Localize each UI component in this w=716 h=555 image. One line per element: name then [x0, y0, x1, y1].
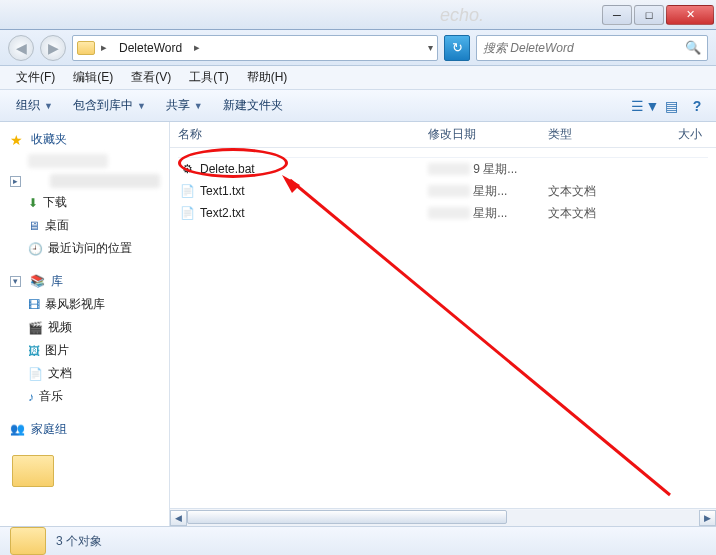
menu-edit[interactable]: 编辑(E) [65, 67, 121, 88]
file-name: Delete.bat [200, 162, 428, 176]
file-type: 文本文档 [548, 183, 638, 200]
folder-icon [12, 455, 54, 487]
sidebar-item-music[interactable]: ♪音乐 [4, 385, 169, 408]
breadcrumb-deleteword[interactable]: DeleteWord [113, 39, 188, 57]
chevron-down-icon: ▼ [44, 101, 53, 111]
txt-file-icon: 📄 [178, 182, 196, 200]
menu-bar: 文件(F) 编辑(E) 查看(V) 工具(T) 帮助(H) [0, 66, 716, 90]
scroll-thumb[interactable] [187, 510, 507, 524]
dropdown-history-icon[interactable]: ▾ [428, 42, 433, 53]
search-input[interactable] [483, 41, 673, 55]
sidebar-homegroup[interactable]: 👥家庭组 [4, 418, 169, 441]
horizontal-scrollbar[interactable]: ◀ ▶ [170, 508, 716, 526]
file-name: Text1.txt [200, 184, 428, 198]
documents-icon: 📄 [28, 367, 43, 381]
refresh-button[interactable]: ↻ [444, 35, 470, 61]
sidebar-item-desktop[interactable]: 🖥桌面 [4, 214, 169, 237]
forward-button[interactable]: ▶ [40, 35, 66, 61]
library-icon: 📚 [30, 274, 46, 290]
file-name: Text2.txt [200, 206, 428, 220]
maximize-button[interactable]: □ [634, 5, 664, 25]
close-button[interactable]: ✕ [666, 5, 714, 25]
homegroup-icon: 👥 [10, 422, 26, 438]
folder-icon [10, 527, 46, 555]
explorer-body: ★收藏夹 ▸ ⬇下载 🖥桌面 🕘最近访问的位置 ▾📚库 🎞暴风影视库 🎬视频 🖼… [0, 122, 716, 526]
nav-row: ◀ ▶ ▸ DeleteWord ▸ ▾ ↻ 🔍 [0, 30, 716, 66]
sidebar-item-downloads[interactable]: ⬇下载 [4, 191, 169, 214]
chevron-down-icon: ▼ [137, 101, 146, 111]
file-list[interactable]: ⚙ Delete.bat 9 星期... 📄 Text1.txt 星期... 文… [170, 148, 716, 508]
col-header-name[interactable]: 名称 [178, 126, 428, 143]
file-row-text2[interactable]: 📄 Text2.txt 星期... 文本文档 [178, 202, 716, 224]
desktop-icon: 🖥 [28, 219, 40, 233]
address-bar[interactable]: ▸ DeleteWord ▸ ▾ [72, 35, 438, 61]
preview-pane-button[interactable]: ▤ [660, 95, 682, 117]
recent-icon: 🕘 [28, 242, 43, 256]
videos-icon: 🎬 [28, 321, 43, 335]
column-headers: 名称 修改日期 类型 大小 [170, 122, 716, 148]
menu-view[interactable]: 查看(V) [123, 67, 179, 88]
scroll-track[interactable] [187, 510, 699, 526]
search-box[interactable]: 🔍 [476, 35, 708, 61]
chevron-right-icon[interactable]: ▸ [101, 41, 107, 54]
col-header-size[interactable]: 大小 [638, 126, 716, 143]
chevron-right-icon[interactable]: ▸ [194, 41, 200, 54]
file-row-text1[interactable]: 📄 Text1.txt 星期... 文本文档 [178, 180, 716, 202]
sidebar-item-documents[interactable]: 📄文档 [4, 362, 169, 385]
sidebar-item-baofeng[interactable]: 🎞暴风影视库 [4, 293, 169, 316]
file-date: 星期... [428, 183, 548, 200]
sidebar-libraries[interactable]: ▾📚库 [4, 270, 169, 293]
scroll-left-button[interactable]: ◀ [170, 510, 187, 526]
folder-icon [77, 41, 95, 55]
new-folder-button[interactable]: 新建文件夹 [215, 93, 291, 118]
expander-icon[interactable]: ▾ [10, 276, 21, 287]
video-lib-icon: 🎞 [28, 298, 40, 312]
share-button[interactable]: 共享▼ [158, 93, 211, 118]
toolbar: 组织▼ 包含到库中▼ 共享▼ 新建文件夹 ☰▼ ▤ ? [0, 90, 716, 122]
menu-tools[interactable]: 工具(T) [181, 67, 236, 88]
back-button[interactable]: ◀ [8, 35, 34, 61]
sidebar-item-blurred[interactable]: ▸ [4, 171, 169, 191]
file-type: 文本文档 [548, 205, 638, 222]
help-button[interactable]: ? [686, 95, 708, 117]
menu-file[interactable]: 文件(F) [8, 67, 63, 88]
chevron-down-icon: ▼ [194, 101, 203, 111]
view-options-button[interactable]: ☰▼ [634, 95, 656, 117]
bat-file-icon: ⚙ [178, 160, 196, 178]
col-header-date[interactable]: 修改日期 [428, 126, 548, 143]
star-icon: ★ [10, 132, 26, 148]
downloads-icon: ⬇ [28, 196, 38, 210]
expander-icon[interactable]: ▸ [10, 176, 21, 187]
scroll-right-button[interactable]: ▶ [699, 510, 716, 526]
status-count: 3 个对象 [56, 533, 102, 550]
background-watermark: echo. [440, 5, 484, 26]
sidebar-item-recent[interactable]: 🕘最近访问的位置 [4, 237, 169, 260]
sidebar-favorites[interactable]: ★收藏夹 [4, 128, 169, 151]
txt-file-icon: 📄 [178, 204, 196, 222]
chevron-down-icon: ▼ [646, 98, 660, 114]
file-date: 星期... [428, 205, 548, 222]
titlebar: echo. ─ □ ✕ [0, 0, 716, 30]
col-header-type[interactable]: 类型 [548, 126, 638, 143]
menu-help[interactable]: 帮助(H) [239, 67, 296, 88]
file-date: 9 星期... [428, 161, 548, 178]
nav-pane[interactable]: ★收藏夹 ▸ ⬇下载 🖥桌面 🕘最近访问的位置 ▾📚库 🎞暴风影视库 🎬视频 🖼… [0, 122, 170, 526]
file-row-delete-bat[interactable]: ⚙ Delete.bat 9 星期... [178, 158, 716, 180]
include-in-library-button[interactable]: 包含到库中▼ [65, 93, 154, 118]
status-bar: 3 个对象 [0, 526, 716, 555]
sidebar-item-videos[interactable]: 🎬视频 [4, 316, 169, 339]
pictures-icon: 🖼 [28, 344, 40, 358]
music-icon: ♪ [28, 390, 34, 404]
organize-button[interactable]: 组织▼ [8, 93, 61, 118]
sidebar-item-pictures[interactable]: 🖼图片 [4, 339, 169, 362]
file-pane: 名称 修改日期 类型 大小 ⚙ Delete.bat 9 星期... 📄 Tex… [170, 122, 716, 526]
minimize-button[interactable]: ─ [602, 5, 632, 25]
search-icon[interactable]: 🔍 [685, 40, 701, 55]
sidebar-item-blurred[interactable] [4, 151, 169, 171]
